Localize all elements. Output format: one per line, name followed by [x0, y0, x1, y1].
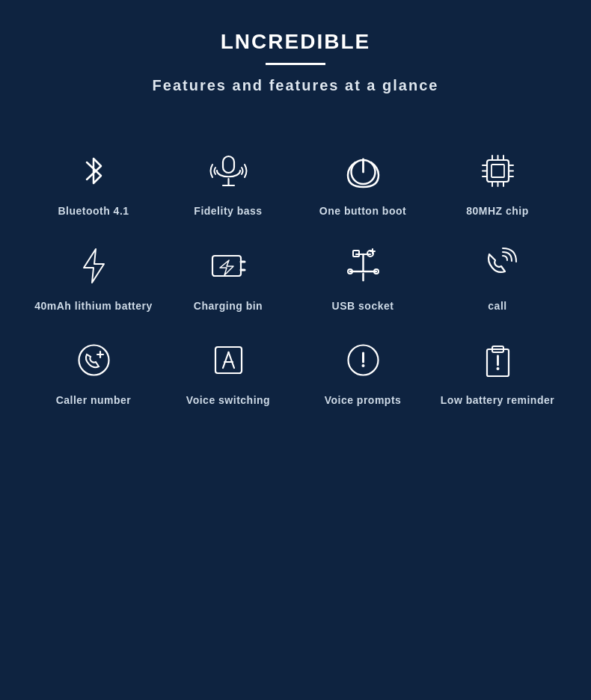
power-icon [339, 147, 388, 195]
80mhz-chip-label: 80MHZ chip [466, 204, 529, 219]
lithium-battery-label: 40mAh lithium battery [34, 299, 153, 314]
feature-call: call [434, 242, 561, 314]
svg-marker-19 [84, 249, 104, 283]
page-title: LNCREDIBLE [153, 30, 439, 54]
chip-icon [474, 147, 522, 195]
low-battery-label: Low battery reminder [441, 393, 554, 408]
charging-icon [204, 242, 253, 290]
feature-80mhz-chip: 80MHZ chip [434, 147, 561, 219]
feature-bluetooth: Bluetooth 4.1 [30, 147, 157, 219]
fidelity-bass-label: Fidelity bass [194, 204, 262, 219]
svg-marker-23 [220, 260, 233, 275]
feature-lithium-battery: 40mAh lithium battery [30, 242, 157, 314]
usb-icon [339, 242, 388, 290]
bluetooth-label: Bluetooth 4.1 [58, 204, 129, 219]
caller-icon [70, 336, 118, 384]
low-battery-icon [474, 336, 522, 384]
feature-voice-prompts: Voice prompts [299, 336, 426, 408]
feature-charging-bin: Charging bin [165, 242, 292, 314]
svg-rect-0 [223, 156, 234, 173]
voice-prompts-label: Voice prompts [325, 393, 402, 408]
feature-low-battery: Low battery reminder [434, 336, 561, 408]
voice-prompt-icon [339, 336, 388, 384]
header-divider [266, 63, 325, 65]
svg-rect-6 [492, 165, 504, 177]
voice-switching-label: Voice switching [186, 393, 270, 408]
svg-rect-38 [215, 347, 242, 373]
page-header: LNCREDIBLE Features and features at a gl… [153, 0, 439, 94]
usb-socket-label: USB socket [332, 299, 394, 314]
svg-point-44 [361, 364, 364, 367]
microphone-icon [204, 147, 253, 195]
voice-switch-icon [204, 336, 253, 384]
feature-fidelity-bass: Fidelity bass [165, 147, 292, 219]
svg-point-48 [496, 367, 499, 370]
caller-number-label: Caller number [56, 393, 132, 408]
bluetooth-icon [70, 147, 118, 195]
feature-caller-number: Caller number [30, 336, 157, 408]
feature-voice-switching: Voice switching [165, 336, 292, 408]
svg-rect-5 [487, 160, 509, 182]
charging-bin-label: Charging bin [194, 299, 263, 314]
svg-point-35 [79, 346, 108, 375]
svg-line-40 [228, 352, 234, 368]
feature-usb-socket: USB socket [299, 242, 426, 314]
call-icon [474, 242, 522, 290]
feature-one-button-boot: One button boot [299, 147, 426, 219]
features-grid: Bluetooth 4.1 Fidelity bass [30, 147, 561, 408]
one-button-boot-label: One button boot [319, 204, 406, 219]
svg-line-39 [223, 352, 229, 368]
call-label: call [488, 299, 506, 314]
page-subtitle: Features and features at a glance [153, 77, 439, 94]
lightning-icon [70, 242, 118, 290]
